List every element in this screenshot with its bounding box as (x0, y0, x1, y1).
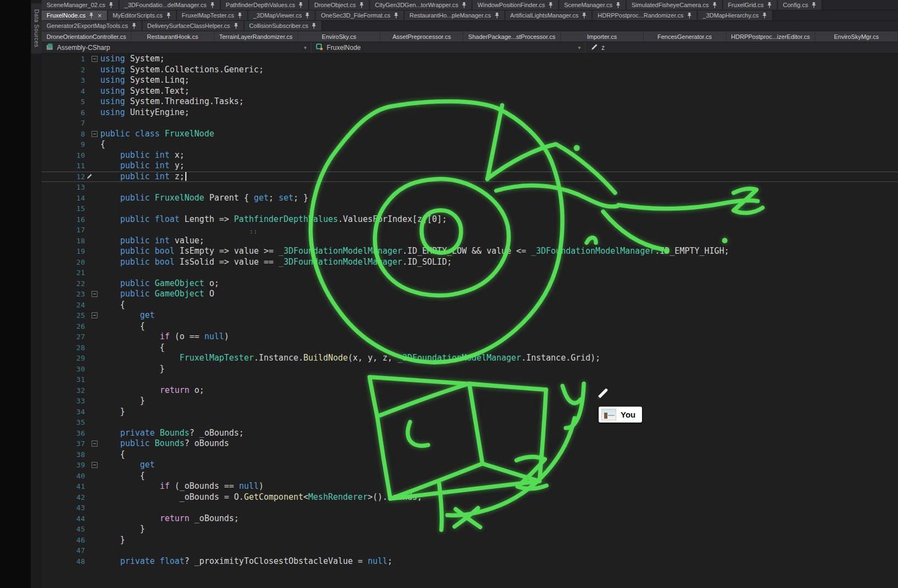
code-line-23[interactable]: 23− public GameObject O (42, 289, 898, 300)
code-line-38[interactable]: 38 { (42, 449, 898, 460)
code-line-33[interactable]: 33 } (42, 396, 898, 407)
tab-config-cs[interactable]: Config.cs (778, 0, 822, 10)
fold-gutter (85, 364, 100, 375)
tab--3dfoundatio-delmanager-cs[interactable]: _3DFoundatio...delManager.cs (120, 0, 221, 10)
code-line-8[interactable]: 8−public class FruxelNode (42, 129, 898, 140)
fold-collapse-icon[interactable]: − (92, 291, 98, 297)
code-line-26[interactable]: 26 { (42, 321, 898, 332)
code-line-24[interactable]: 24 { (42, 300, 898, 311)
code-line-29[interactable]: 29 FruxelMapTester.Instance.BuildNode(x,… (42, 353, 898, 364)
code-line-27[interactable]: 27 if (o == null) (42, 332, 898, 342)
close-icon[interactable]: × (97, 12, 102, 19)
code-line-text: public float Length => PathfinderDepthVa… (100, 214, 447, 225)
code-line-6[interactable]: 6using UnityEngine; (42, 107, 898, 118)
code-editor[interactable]: 1−using System;2using System.Collections… (42, 54, 898, 588)
code-line-32[interactable]: 32 return o; (42, 385, 898, 396)
tab-fencesgenerator-cs[interactable]: FencesGenerator.cs (644, 31, 726, 42)
tab-restauranthook-cs[interactable]: RestaurantHook.cs (132, 31, 214, 42)
fold-collapse-icon[interactable]: − (92, 131, 98, 137)
tab-envirosky-cs[interactable]: EnviroSky.cs (298, 31, 381, 42)
code-line-37[interactable]: 37− public Bounds? oBounds (42, 438, 898, 449)
code-line-44[interactable]: 44 return _oBounds; (42, 513, 898, 524)
fold-gutter: − (85, 310, 100, 321)
tab-fruxelgrid-cs[interactable]: FruxelGrid.cs (723, 0, 778, 10)
code-line-41[interactable]: 41 if (_oBounds == null) (42, 481, 898, 492)
tab-fruxelnode-cs[interactable]: FruxelNode.cs× (42, 10, 108, 20)
code-line-21[interactable]: 21 (42, 267, 898, 278)
tab-onesec3d-fileformat-cs[interactable]: OneSec3D_FileFormat.cs (316, 10, 405, 20)
tab-generator2exportmaptools-cs[interactable]: Generator2ExportMapTools.cs (42, 21, 143, 31)
line-number: 27 (42, 332, 85, 342)
pin-icon (616, 2, 621, 8)
code-line-35[interactable]: 35 (42, 417, 898, 428)
code-line-20[interactable]: 20 public bool IsSolid => value == _3DFo… (42, 257, 898, 268)
code-line-40[interactable]: 40 { (42, 471, 898, 482)
tab--3dmapviewer-cs[interactable]: _3DMapViewer.cs (248, 10, 316, 20)
tab-restaurantho-plemanager-cs[interactable]: RestaurantHo...pleManager.cs (405, 10, 505, 20)
code-line-9[interactable]: 9{ (42, 139, 898, 150)
tab-scenemanager-02-cs[interactable]: SceneManager_02.cs (42, 0, 120, 10)
code-line-39[interactable]: 39− get (42, 460, 898, 471)
tab-droneorientationcontroller-cs[interactable]: DroneOrientationController.cs (42, 31, 132, 42)
code-line-10[interactable]: 10 public int x; (42, 150, 898, 161)
line-number: 13 (42, 182, 85, 193)
tab-myeditorscripts-cs[interactable]: MyEditorScripts.cs (108, 10, 177, 20)
code-line-2[interactable]: 2using System.Collections.Generic; (42, 65, 898, 76)
tab-scenemanager-cs[interactable]: SceneManager.cs (559, 0, 627, 10)
tab-importer-cs[interactable]: Importer.cs (561, 31, 644, 42)
tab-artificiallightsmanager-cs[interactable]: ArtificialLightsManager.cs (505, 10, 593, 20)
code-line-43[interactable]: 43 (42, 503, 898, 513)
tab-hdrppostproc-randomizer-cs[interactable]: HDRPPostproc...Randomizer.cs (593, 10, 698, 20)
code-line-28[interactable]: 28 { (42, 342, 898, 353)
fold-collapse-icon[interactable]: − (92, 441, 98, 447)
code-line-7[interactable]: 7 (42, 118, 898, 129)
tab-shaderpackage-stprocessor-cs[interactable]: ShaderPackage...stProcessor.cs (463, 31, 561, 42)
code-line-19[interactable]: 19 public bool IsEmpty => value >= _3DFo… (42, 246, 898, 257)
code-line-46[interactable]: 46 } (42, 535, 898, 546)
code-line-22[interactable]: 22 public GameObject o; (42, 278, 898, 289)
code-line-3[interactable]: 3using System.Linq; (42, 75, 898, 86)
code-line-47[interactable]: 47 (42, 545, 898, 556)
tab-assetpreprocessor-cs[interactable]: AssetPreprocessor.cs (380, 31, 463, 42)
code-line-4[interactable]: 4using System.Text; (42, 86, 898, 97)
fold-collapse-icon[interactable]: − (92, 312, 98, 318)
code-line-17[interactable]: 17 (42, 225, 898, 236)
tab-deliverysurfaceclasshelper-cs[interactable]: DeliverySurfaceClassHelper.cs (143, 21, 245, 31)
tab-collisionsubscriber-cs[interactable]: CollisionSubscriber.cs (245, 21, 323, 31)
fold-collapse-icon[interactable]: − (92, 462, 98, 468)
code-line-48[interactable]: 48 private float? _proximityToClosestObs… (42, 556, 898, 567)
code-line-45[interactable]: 45 } (42, 524, 898, 535)
tab-simulatedfisheyecamera-cs[interactable]: SimulatedFisheyeCamera.cs (627, 0, 723, 10)
fold-collapse-icon[interactable]: − (92, 56, 98, 62)
tab--3dmaphierarchy-cs[interactable]: _3DMapHierarchy.cs (698, 10, 773, 20)
code-line-31[interactable]: 31 (42, 374, 898, 385)
code-line-12[interactable]: 12 public int z; (42, 172, 898, 182)
tab-pathfinderdepthvalues-cs[interactable]: PathfinderDepthValues.cs (221, 0, 309, 10)
code-line-36[interactable]: 36 private Bounds? _oBounds; (42, 428, 898, 439)
code-line-text: public FruxelNode Parent { get; set; } (100, 193, 308, 204)
code-line-13[interactable]: 13 (42, 182, 898, 193)
tab-citygen3dgen-torwrapper-cs[interactable]: CityGen3DGen...torWrapper.cs (370, 0, 473, 10)
member-dropdown[interactable]: z (586, 42, 898, 53)
code-line-25[interactable]: 25− get (42, 310, 898, 321)
tab-windowpositionfinder-cs[interactable]: WindowPositionFinder.cs (473, 0, 559, 10)
tab-terrainlayerrandomizer-cs[interactable]: TerrainLayerRandomizer.cs (214, 31, 298, 42)
code-line-34[interactable]: 34 } (42, 407, 898, 418)
tab-hdrppostproc-izereditor-cs[interactable]: HDRPPostproc...izerEditor.cs (726, 31, 816, 42)
project-dropdown[interactable]: Assembly-CSharp ▾ (42, 42, 311, 53)
type-dropdown[interactable]: FruxelNode ▾ (311, 42, 586, 53)
code-line-11[interactable]: 11 public int y; (42, 161, 898, 172)
code-line-14[interactable]: 14 public FruxelNode Parent { get; set; … (42, 193, 898, 204)
code-line-5[interactable]: 5using System.Threading.Tasks; (42, 96, 898, 107)
code-line-42[interactable]: 42 _oBounds = O.GetComponent<MeshRendere… (42, 492, 898, 503)
data-sources-side-tab[interactable]: Data Sources (31, 3, 42, 54)
code-line-15[interactable]: 15 (42, 203, 898, 214)
code-line-18[interactable]: 18 public int value; (42, 236, 898, 247)
tab-droneobject-cs[interactable]: DroneObject.cs (309, 0, 370, 10)
code-line-16[interactable]: 16 public float Length => PathfinderDept… (42, 214, 898, 225)
code-line-text: using System.Linq; (100, 75, 190, 86)
code-line-1[interactable]: 1−using System; (42, 54, 898, 65)
tab-enviroskymgr-cs[interactable]: EnviroSkyMgr.cs (815, 31, 898, 42)
code-line-30[interactable]: 30 } (42, 364, 898, 375)
tab-fruxelmaptester-cs[interactable]: FruxelMapTester.cs (177, 10, 248, 20)
